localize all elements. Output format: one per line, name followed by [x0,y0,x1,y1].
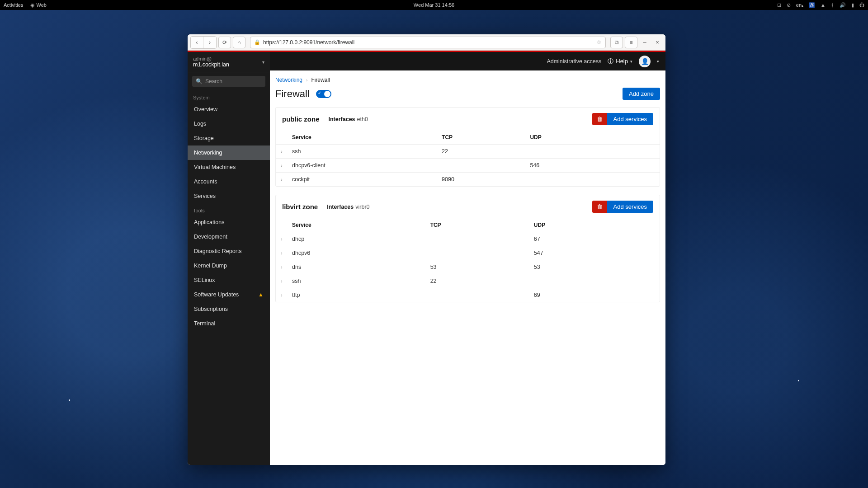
table-row: ›dns5353 [276,260,660,274]
minimize-button[interactable]: – [639,37,650,48]
home-button[interactable]: ⌂ [233,37,245,48]
expand-row[interactable]: › [276,288,288,302]
sidebar-item-overview[interactable]: Overview [188,102,270,117]
back-button[interactable]: ‹ [191,37,203,48]
sidebar: admin@ m1.cockpit.lan ▾ 🔍 Search System … [188,51,270,465]
power-icon[interactable]: ⏻ [859,2,864,8]
url-bar[interactable]: 🔒 https://127.0.0.2:9091/network/firewal… [250,37,606,48]
expand-row[interactable]: › [276,274,288,288]
interfaces-label: Interfaces [329,116,355,122]
do-not-disturb-icon[interactable]: ⊘ [787,2,791,8]
keyboard-layout[interactable]: en₁ [796,2,803,8]
network-icon[interactable]: ▲ [821,2,826,8]
sidebar-item-services[interactable]: Services [188,189,270,203]
chevron-down-icon: ▾ [630,59,632,64]
sidebar-item-virtual-machines[interactable]: Virtual Machines [188,160,270,174]
sidebar-item-applications[interactable]: Applications [188,215,270,230]
bookmark-star-icon[interactable]: ☆ [596,39,602,46]
service-name: tftp [288,288,426,302]
battery-icon[interactable]: ▮ [851,2,854,8]
sidebar-item-storage[interactable]: Storage [188,131,270,145]
service-tcp: 22 [437,145,525,159]
downloads-button[interactable]: ⧉ [610,37,623,48]
table-row: ›dhcpv6547 [276,246,660,260]
accessibility-icon[interactable]: ♿ [809,2,815,8]
add-services-button[interactable]: Add services [607,113,653,125]
zone-title: libvirt zone [282,203,318,211]
search-input[interactable]: 🔍 Search [192,76,265,87]
service-name: ssh [288,274,426,288]
col-service: Service [288,131,437,145]
expand-row[interactable]: › [276,145,288,159]
web-app-icon: ◉ [30,2,35,8]
forward-button[interactable]: › [203,37,216,48]
expand-row[interactable]: › [276,173,288,187]
table-row: ›dhcp67 [276,232,660,246]
sidebar-item-label: Networking [194,150,222,156]
expand-row[interactable]: › [276,246,288,260]
service-udp: 547 [529,246,660,260]
host-selector[interactable]: admin@ m1.cockpit.lan ▾ [188,52,270,72]
lock-icon: 🔒 [254,39,260,45]
sidebar-item-label: Kernel Dump [194,263,227,269]
table-row: ›dhcpv6-client546 [276,159,660,173]
user-avatar[interactable]: 👤 [639,56,651,67]
breadcrumb-parent[interactable]: Networking [275,77,302,83]
url-text: https://127.0.0.2:9091/network/firewall [263,39,354,46]
sidebar-item-label: Overview [194,106,217,113]
sidebar-item-logs[interactable]: Logs [188,117,270,131]
reload-button[interactable]: ⟳ [218,37,231,48]
sidebar-item-subscriptions[interactable]: Subscriptions [188,302,270,316]
screencast-icon[interactable]: ⊡ [777,2,781,8]
clock[interactable]: Wed Mar 31 14:56 [414,2,454,8]
zone-interface: virbr0 [355,204,369,210]
sidebar-item-kernel-dump[interactable]: Kernel Dump [188,258,270,273]
activities-button[interactable]: Activities [4,2,23,8]
user-menu-caret[interactable]: ▾ [657,59,659,64]
sidebar-item-networking[interactable]: Networking [188,145,270,160]
current-app[interactable]: ◉ Web [30,2,46,8]
col-tcp: TCP [426,218,529,232]
admin-access-label[interactable]: Administrative access [547,58,601,65]
app-header: Administrative access ⓘ Help ▾ 👤 ▾ [270,51,665,70]
sidebar-item-selinux[interactable]: SELinux [188,273,270,287]
expand-row[interactable]: › [276,260,288,274]
interfaces-label: Interfaces [327,204,354,210]
zone-header: public zoneInterfaceseth0🗑Add services [276,108,660,131]
expand-row[interactable]: › [276,159,288,173]
service-name: dns [288,260,426,274]
service-tcp [426,232,529,246]
chevron-right-icon: › [306,78,307,83]
warning-icon: ▲ [258,291,264,298]
service-udp: 69 [529,288,660,302]
firewall-toggle[interactable] [316,90,331,98]
browser-menu-button[interactable]: ≡ [625,37,637,48]
close-button[interactable]: × [652,37,663,48]
zone-card: libvirt zoneInterfacesvirbr0🗑Add service… [275,195,660,302]
zone-header: libvirt zoneInterfacesvirbr0🗑Add service… [276,195,660,218]
table-row: ›tftp69 [276,288,660,302]
sidebar-item-diagnostic-reports[interactable]: Diagnostic Reports [188,244,270,258]
sidebar-item-label: Subscriptions [194,306,228,312]
volume-icon[interactable]: 🔊 [840,2,846,8]
breadcrumb-current: Firewall [311,77,330,83]
service-tcp: 9090 [437,173,525,187]
sidebar-item-software-updates[interactable]: Software Updates▲ [188,287,270,302]
add-services-button[interactable]: Add services [607,201,653,213]
sidebar-item-accounts[interactable]: Accounts [188,174,270,189]
sidebar-item-development[interactable]: Development [188,230,270,244]
trash-icon: 🗑 [597,116,603,122]
zone-card: public zoneInterfaceseth0🗑Add servicesSe… [275,107,660,187]
expand-row[interactable]: › [276,232,288,246]
help-menu[interactable]: ⓘ Help ▾ [608,57,632,66]
sidebar-item-label: Services [194,193,216,199]
add-zone-button[interactable]: Add zone [623,88,660,100]
sidebar-item-terminal[interactable]: Terminal [188,316,270,331]
bluetooth-icon[interactable]: ᚼ [831,2,834,8]
delete-zone-button[interactable]: 🗑 [592,201,607,213]
delete-zone-button[interactable]: 🗑 [592,113,607,125]
page-content: Networking › Firewall Firewall Add zone … [270,70,665,465]
service-name: dhcpv6-client [288,159,437,173]
page-heading: Firewall Add zone [275,88,660,100]
service-tcp [426,288,529,302]
